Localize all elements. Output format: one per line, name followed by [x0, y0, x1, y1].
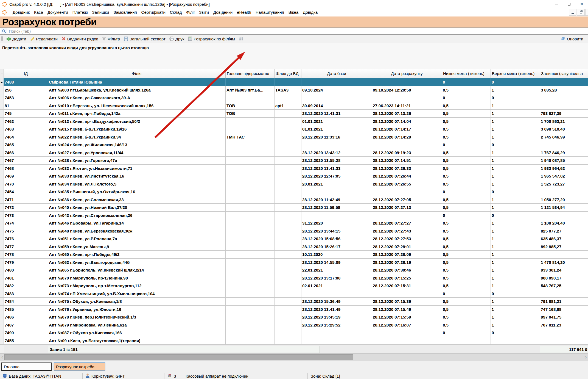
search-bar: [0, 27, 588, 35]
scrollbar-thumb[interactable]: [4, 354, 353, 360]
menu-item-8[interactable]: Філії: [184, 8, 197, 16]
minimize-icon: [555, 4, 558, 4]
cell: Апт №035 г.Вишневый, ул.Октябрьская,16: [48, 188, 226, 196]
table-row[interactable]: 7465Апт №024 г.Киев, ул.Жилянская,146/13…: [0, 141, 588, 149]
table-row[interactable]: 7476Апт №051 г.Киев, ул.Р.Роллана,7а28.1…: [0, 235, 588, 243]
table-row[interactable]: 7478Апт №060 г.Киев, пр-т.Победы,49/210.…: [0, 251, 588, 259]
column-header-6[interactable]: Нижня межа (тижень): [442, 69, 491, 78]
table-row[interactable]: ▶7488Смірнова Тетяна Юрьївна00: [0, 78, 588, 86]
column-chooser-button[interactable]: [237, 36, 245, 42]
toolbar-button-0[interactable]: Додати: [4, 36, 28, 42]
table-row[interactable]: 7466Апт №027 г.Киев, ул.Урловская,11/442…: [0, 149, 588, 157]
menu-item-10[interactable]: Довідники: [211, 8, 235, 16]
table-row[interactable]: 7486Апт №078 г.Киев, пер.Политехнический…: [0, 313, 588, 321]
cell: 28.12.2020 07:14:51: [372, 157, 442, 165]
table-row[interactable]: 7464Апт №022 г.Киев, б-р.Л.Украинки,34ТМ…: [0, 133, 588, 141]
toolbar-button-label: Редагувати: [36, 37, 58, 41]
close-button[interactable]: ✕: [575, 0, 588, 8]
cell: [226, 266, 275, 274]
column-header-4[interactable]: Дата бази: [301, 69, 372, 78]
cell: 28.12.2020 07:14:29: [372, 133, 442, 141]
table-row[interactable]: 7469Апт №033 г.Киев, ул.Институтская,162…: [0, 172, 588, 180]
menu-item-13[interactable]: Вікна: [286, 8, 301, 16]
table-row[interactable]: 7453Апт №006 г.Киев, ул.Саксаганского,39…: [0, 94, 588, 102]
row-selector-cell: [0, 188, 4, 196]
table-row[interactable]: 7463Апт №015 г.Киев, б-р.Л.Украинки,19/1…: [0, 125, 588, 133]
cell: Апт №046 г.Бровары, ул.Гагарина,14: [48, 219, 226, 227]
table-row[interactable]: 7479Апт №062 г.Киев, ул.Вышгородская,44б…: [0, 259, 588, 267]
search-input[interactable]: [7, 29, 588, 34]
table-row[interactable]: 7482Апт №073 г.Мариуполь, пр-т.Металлург…: [0, 282, 588, 290]
cell: 0,5: [442, 274, 491, 282]
table-row[interactable]: 7490Апт №087 г.Обухов ул.Киевская,16600: [0, 329, 588, 337]
table-row[interactable]: 7468Апт №032 г.Яготин, ул.Независимости,…: [0, 165, 588, 173]
menu-item-4[interactable]: Залишки: [90, 8, 111, 16]
toolbar-button-1[interactable]: Редагувати: [28, 36, 60, 42]
menu-item-14[interactable]: Довідка: [301, 8, 320, 16]
toolbar-button-6[interactable]: Розрахунок по філіям: [186, 36, 237, 42]
mdi-minimize-button[interactable]: [569, 9, 576, 16]
menu-item-11[interactable]: eHealth: [235, 8, 253, 16]
toolbar-button-3[interactable]: Фільтр: [100, 36, 122, 42]
mdi-restore-button[interactable]: [577, 9, 585, 16]
table-row[interactable]: 256Апт №003 пгт.Барышевка, ул.Киевский ш…: [0, 86, 588, 94]
table-row[interactable]: 7487Апт №079 г.Мироновка, ул.Ленина,61а2…: [0, 321, 588, 329]
column-header-1[interactable]: Філія: [48, 69, 226, 78]
menu-item-6[interactable]: Сертифікати: [139, 8, 168, 16]
toolbar-button-2[interactable]: Видалити рядок: [60, 36, 100, 42]
tab-golovna[interactable]: Головна: [1, 363, 52, 371]
toolbar-button-4[interactable]: Загальний експорт: [122, 36, 167, 42]
table-row[interactable]: 7470Апт №034 г.Киев, ул.Л.Толстого,520.0…: [0, 180, 588, 188]
menu-item-5[interactable]: Замовлення: [111, 8, 139, 16]
cell: [275, 133, 301, 141]
table-row[interactable]: 7467Апт №028 г.Киев, ул.Горького,47а28.1…: [0, 157, 588, 165]
column-header-3[interactable]: Шлях до БД: [275, 69, 301, 78]
table-row[interactable]: 7481Апт №070 г.Мариуполь, пр-т.Ленина,90…: [0, 274, 588, 282]
cell: 997 041,75: [540, 313, 588, 321]
column-header-8[interactable]: Залишок (закупівельн: [540, 69, 588, 78]
table-row[interactable]: 7473Апт №042 г.Киев, ул.Старовокзальная,…: [0, 212, 588, 220]
column-header-2[interactable]: Головне підприємство: [226, 69, 275, 78]
menu-item-1[interactable]: Каса: [32, 8, 45, 16]
toolbar-button-5[interactable]: Друк: [167, 36, 186, 42]
column-header-7[interactable]: Верхня межа (тижень): [491, 69, 540, 78]
table-row[interactable]: 745Апт №011 г.Киев, пр-т.Победы,142аТОВ2…: [0, 110, 588, 118]
menu-item-12[interactable]: Налаштування: [253, 8, 286, 16]
table-row[interactable]: 7480Апт №065 г.Борисполь, ул.Киевский шл…: [0, 266, 588, 274]
menu-item-0[interactable]: Довідник: [10, 8, 32, 16]
menu-item-3[interactable]: Платежі: [70, 8, 90, 16]
toolbar-grip[interactable]: [1, 36, 3, 42]
cell: Апт №010 г.Березань, ул. Шевченковский ш…: [48, 102, 226, 110]
table-row[interactable]: 7484Апт №075 г.Обухов, ул.Киевская,1/828…: [0, 298, 588, 306]
mdi-close-button[interactable]: [585, 9, 588, 16]
menu-item-7[interactable]: Склад: [168, 8, 184, 16]
cell: [226, 165, 275, 173]
minimize-button[interactable]: [550, 0, 563, 8]
table-row[interactable]: 7455Апт №09 г.Киев, ул.Баггаутовская,1(т…: [0, 337, 588, 345]
column-header-5[interactable]: Дата розрахунку: [372, 69, 442, 78]
table-row[interactable]: 7474Апт №046 г.Бровары, ул.Гагарина,1431…: [0, 219, 588, 227]
scroll-right-arrow[interactable]: ›: [584, 354, 588, 361]
tab-rozrakhunok-potreby[interactable]: Розрахунок потреби: [54, 363, 105, 371]
group-by-zone[interactable]: Перетягніть заголовок колонки сюди для у…: [0, 43, 588, 69]
table-row[interactable]: 7485Апт №076 г.Украинка, ул.Юности,1628.…: [0, 306, 588, 314]
table-row[interactable]: 7483Апт №074 г.П-Хмельницкий, ул.Б.Хмель…: [0, 290, 588, 298]
cell: [301, 78, 372, 86]
table-row[interactable]: 7462Апт №012 г.Киев, пр-т.Воздухофлотски…: [0, 118, 588, 126]
restore-button[interactable]: [563, 0, 575, 8]
refresh-button[interactable]: Оновити: [559, 36, 585, 42]
table-row[interactable]: 7475Апт №048 г.Киев, ул.Березняковская,3…: [0, 227, 588, 235]
menu-item-2[interactable]: Документи: [45, 8, 70, 16]
menu-item-9[interactable]: Звіти: [197, 8, 211, 16]
toolbar-button-label: Загальний експорт: [130, 37, 166, 41]
grid-footer: Запис 1 із 151 117 941 0: [0, 345, 588, 354]
table-row[interactable]: 7477Апт №059 г.Киев,ул.Мазепы,928.12.202…: [0, 243, 588, 251]
horizontal-scrollbar[interactable]: ‹ ›: [0, 354, 588, 361]
column-header-0[interactable]: ІД: [4, 69, 48, 78]
table-row[interactable]: 7471Апт №036 г.Киев, ул.Соломенская,3328…: [0, 196, 588, 204]
table-row[interactable]: 7472Апт №040 г.Киев, ул.Нижний Вал,37/20…: [0, 204, 588, 212]
scroll-left-arrow[interactable]: ‹: [0, 354, 4, 361]
cell: [275, 149, 301, 157]
table-row[interactable]: 7454Апт №035 г.Вишневый, ул.Октябрьская,…: [0, 188, 588, 196]
table-row[interactable]: 81Апт №010 г.Березань, ул. Шевченковский…: [0, 102, 588, 110]
